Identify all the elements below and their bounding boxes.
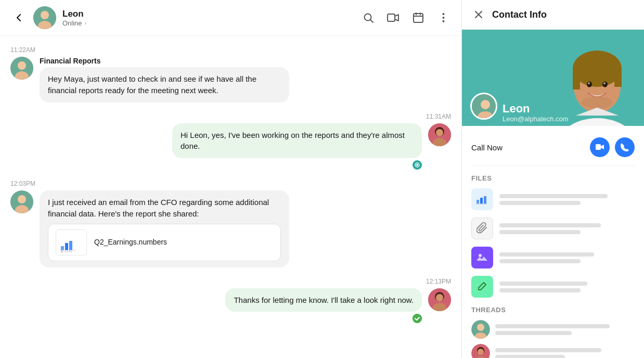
header-avatar xyxy=(33,6,56,29)
contact-status[interactable]: Online › xyxy=(62,19,86,27)
chat-header: Leon Online › xyxy=(0,0,461,36)
status-chevron-icon: › xyxy=(85,20,87,26)
svg-point-39 xyxy=(573,50,622,87)
read-indicator-4 xyxy=(413,314,422,323)
message-row-4: Thanks for letting me know. I'll take a … xyxy=(10,288,451,324)
thread-bar-sub-1 xyxy=(495,331,572,335)
threads-section: THREADS xyxy=(471,306,635,358)
svg-rect-4 xyxy=(388,14,395,21)
file-name: Q2_Earnings.numbers xyxy=(94,237,167,247)
file-row-1[interactable] xyxy=(471,188,635,210)
header-actions xyxy=(360,10,451,25)
file-line-4 xyxy=(499,282,635,292)
svg-point-59 xyxy=(477,324,484,331)
file-bar-sub-4 xyxy=(499,288,581,292)
files-section: FILES xyxy=(471,174,635,298)
hero-contact-email: Leon@alphatech.com xyxy=(503,115,569,123)
more-options-icon[interactable] xyxy=(435,10,451,25)
thread-avatar-2 xyxy=(471,344,490,358)
msg-bubble-3: I just received an email from the CFO re… xyxy=(40,190,289,267)
hero-avatar xyxy=(470,93,497,120)
file-line-1 xyxy=(499,194,635,205)
file-row-3[interactable] xyxy=(471,247,635,268)
svg-point-18 xyxy=(416,164,418,166)
svg-point-6 xyxy=(442,13,444,15)
files-section-title: FILES xyxy=(471,174,635,182)
message-group-4: 12:13PM Thanks for letting me know. I'll… xyxy=(10,278,451,324)
threads-section-title: THREADS xyxy=(471,306,635,314)
message-row-2: Hi Leon, yes, I've been working on the r… xyxy=(10,123,451,170)
video-call-button[interactable] xyxy=(590,137,610,157)
file-row-2[interactable] xyxy=(471,218,635,239)
hero-contact-name: Leon xyxy=(503,102,530,116)
thread-row-2[interactable] xyxy=(471,344,635,358)
svg-point-45 xyxy=(603,82,606,84)
svg-point-32 xyxy=(436,294,443,301)
search-icon[interactable] xyxy=(360,10,376,25)
svg-rect-55 xyxy=(476,251,488,264)
file-icon-image xyxy=(471,247,493,268)
msg-content-3: I just received an email from the CFO re… xyxy=(40,190,289,267)
msg-content-2: Hi Leon, yes, I've been working on the r… xyxy=(172,123,422,170)
contact-name: Leon xyxy=(62,9,86,19)
video-icon[interactable] xyxy=(385,10,401,25)
svg-text:MI: MI xyxy=(61,250,63,253)
header-info: Leon Online › xyxy=(62,9,86,27)
svg-point-15 xyxy=(436,129,443,136)
svg-rect-50 xyxy=(596,144,601,150)
svg-text:Pa: Pa xyxy=(69,250,72,253)
msg-time-3: 12:03PM xyxy=(10,180,451,187)
file-row-4[interactable] xyxy=(471,276,635,298)
msg-avatar-leon-1 xyxy=(10,57,33,80)
contact-info-title: Contact Info xyxy=(492,9,547,20)
file-line-3 xyxy=(499,252,635,263)
close-button[interactable] xyxy=(471,7,486,22)
contact-body: Call Now FILES xyxy=(462,126,644,358)
thread-bar-sub-2 xyxy=(495,355,565,359)
svg-rect-41 xyxy=(614,69,622,87)
svg-rect-40 xyxy=(573,69,580,90)
message-row-3: I just received an email from the CFO re… xyxy=(10,190,451,267)
svg-point-63 xyxy=(478,349,484,355)
svg-rect-23 xyxy=(61,246,64,250)
msg-time-1: 11:22AM xyxy=(10,46,451,54)
thread-lines-2 xyxy=(495,348,635,359)
thread-row-1[interactable] xyxy=(471,320,635,339)
chat-panel: Leon Online › xyxy=(0,0,462,358)
svg-point-46 xyxy=(582,96,613,109)
svg-point-10 xyxy=(18,61,26,70)
svg-rect-51 xyxy=(476,200,479,204)
phone-call-button[interactable] xyxy=(615,137,635,157)
msg-bubble-4: Thanks for letting me know. I'll take a … xyxy=(225,288,422,312)
svg-rect-57 xyxy=(476,280,488,293)
file-bar-title-3 xyxy=(499,252,594,257)
file-attachment[interactable]: MI Lon Pa Q2_Earnings.numbers xyxy=(48,224,281,261)
contact-hero: Leon Leon@alphatech.com xyxy=(462,30,644,126)
contact-info-header: Contact Info xyxy=(462,0,644,30)
calendar-icon[interactable] xyxy=(410,10,426,25)
header-contact: Leon Online › xyxy=(33,6,360,29)
msg-time-2: 11:31AM xyxy=(10,113,451,120)
svg-rect-24 xyxy=(65,243,68,250)
message-row-1: Financial Reports Hey Maya, just wanted … xyxy=(10,57,451,103)
svg-text:Lon: Lon xyxy=(65,250,69,253)
back-button[interactable] xyxy=(10,9,27,26)
file-bar-title-2 xyxy=(499,223,601,227)
contact-panel: Contact Info xyxy=(462,0,644,358)
msg-content-1: Financial Reports Hey Maya, just wanted … xyxy=(40,57,289,103)
file-icon-paperclip xyxy=(471,218,493,239)
file-bar-sub-3 xyxy=(499,259,581,263)
svg-point-8 xyxy=(442,20,444,22)
status-icon-2 xyxy=(172,160,422,170)
thread-avatar-1 xyxy=(471,320,490,339)
svg-point-48 xyxy=(481,100,490,109)
svg-rect-52 xyxy=(480,198,483,204)
file-icon-chart xyxy=(471,188,493,210)
msg-time-4: 12:13PM xyxy=(10,278,451,285)
call-now-label: Call Now xyxy=(471,143,503,152)
svg-point-42 xyxy=(587,82,592,87)
message-group-1: 11:22AM Financial Reports Hey Maya, just… xyxy=(10,46,451,103)
msg-avatar-leon-3 xyxy=(10,190,33,213)
msg-content-4: Thanks for letting me know. I'll take a … xyxy=(225,288,422,324)
status-icon-4 xyxy=(225,314,422,323)
